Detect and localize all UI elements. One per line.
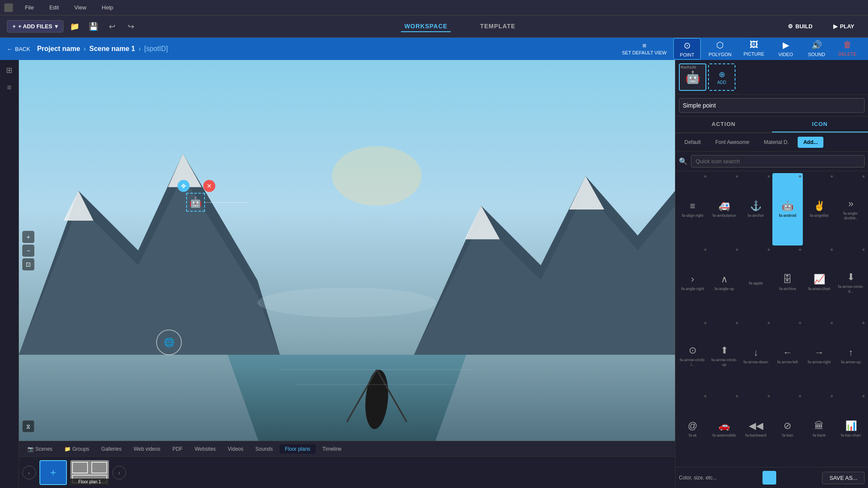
color-picker[interactable] — [763, 471, 776, 485]
subtab-fontawesome[interactable]: Font Awesome — [710, 137, 755, 148]
undo-button[interactable]: ↩ — [105, 19, 120, 34]
canvas-viewport[interactable]: ✥ ✕ 🤖 🌐 + − ⊡ ⧖ — [19, 60, 675, 441]
hotspot-android-icon: 🤖 — [189, 196, 202, 208]
icon-cell-fa-ban[interactable]: ★ ⊘ fa-ban — [772, 393, 803, 465]
project-name[interactable]: Project name — [37, 45, 80, 53]
sound-tool[interactable]: 🔊 SOUND — [803, 38, 830, 60]
picture-tool[interactable]: 🖼 PICTURE — [739, 38, 769, 60]
search-input[interactable] — [691, 155, 865, 168]
tab-videos[interactable]: Videos — [223, 444, 248, 454]
icon-label: fa-ban — [782, 433, 793, 438]
floor-plan-thumbnail[interactable]: Floor plan 1 — [70, 460, 109, 485]
subtab-add[interactable]: Add... — [798, 137, 823, 148]
icon-cell-fa-arrow-circle-l[interactable]: ★ ⊙ fa-arrow-circle-l... — [677, 320, 708, 392]
tab-scenes[interactable]: 📷 Scenes — [22, 444, 57, 454]
menu-edit[interactable]: Edit — [46, 3, 62, 12]
icon-cell-fa-arrow-up[interactable]: ★ ↑ fa-arrow-up — [835, 320, 866, 392]
canvas-area: ✥ ✕ 🤖 🌐 + − ⊡ ⧖ — [19, 60, 675, 488]
icon-cell-fa-bank[interactable]: ★ 🏛 fa-bank — [804, 393, 835, 465]
menu-file[interactable]: File — [21, 3, 37, 12]
subtab-materiald[interactable]: Material D. — [758, 137, 794, 148]
tab-icon[interactable]: ICON — [772, 117, 868, 132]
workspace-tab[interactable]: WORKSPACE — [401, 21, 451, 32]
icon-cell-fa-align-right[interactable]: ★ ≡ fa-align-right — [677, 173, 708, 245]
bottom-content: ‹ + Floor plan 1 › — [19, 457, 675, 488]
sub-tabs: Default Font Awesome Material D. Add... — [675, 133, 868, 152]
set-default-label: SET DEFAULT VIEW — [622, 50, 666, 55]
save-button[interactable]: 💾 — [86, 19, 101, 34]
point-name-input[interactable] — [679, 98, 865, 113]
icon-cell-fa-angle-right[interactable]: ★ › fa-angle-right — [677, 246, 708, 319]
icon-cell-fa-angle-double[interactable]: ★ » fa-angle-double.. — [835, 173, 866, 245]
icon-cell-fa-archive[interactable]: ★ 🗄 fa-archive — [772, 246, 803, 319]
zoom-in-button[interactable]: + — [22, 231, 34, 243]
add-floor-plan-button[interactable]: + — [39, 460, 67, 485]
open-folder-button[interactable]: 📁 — [67, 19, 82, 34]
icon-cell-fa-arrow-right[interactable]: ★ → fa-arrow-right — [804, 320, 835, 392]
icon-cell-fa-apple[interactable]: ★ fa-apple — [741, 246, 772, 319]
tab-webvideos[interactable]: Web videos — [128, 444, 165, 454]
icon-cell-fa-arrow-down[interactable]: ★ ↓ fa-arrow-down — [741, 320, 772, 392]
subtab-default[interactable]: Default — [679, 137, 706, 148]
scenes-sidebar-button[interactable]: ⊞ — [3, 63, 16, 77]
zoom-out-button[interactable]: − — [22, 245, 34, 257]
icon-cell-fa-arrow-circle-down[interactable]: ★ ⬇ fa-arrow-circle-d... — [835, 246, 866, 319]
add-dropdown-icon: ▾ — [55, 23, 58, 30]
build-button[interactable]: ⚙ BUILD — [781, 21, 820, 32]
tab-websites[interactable]: Websites — [190, 444, 221, 454]
tab-groups[interactable]: 📁 Groups — [59, 444, 94, 454]
redo-button[interactable]: ↪ — [124, 19, 139, 34]
tab-action[interactable]: ACTION — [675, 117, 772, 132]
video-tool[interactable]: ▶ VIDEO — [772, 38, 799, 60]
icon-cell-fa-angellist[interactable]: ★ ✌ fa-angellist — [804, 173, 835, 245]
delete-icon: 🗑 — [843, 40, 852, 50]
tab-galleries[interactable]: Galleries — [96, 444, 127, 454]
polygon-tool[interactable]: ⬡ POLYGON — [704, 38, 736, 60]
menu-help[interactable]: Help — [98, 3, 117, 12]
scene-name[interactable]: Scene name 1 — [89, 45, 135, 53]
icon-cell-fa-automobile[interactable]: ★ 🚗 fa-automobile — [709, 393, 740, 465]
icon-cell-fa-bar-chart[interactable]: ★ 📊 fa-bar-chart — [835, 393, 866, 465]
play-button[interactable]: ▶ PLAY — [826, 21, 861, 32]
tab-sounds[interactable]: Sounds — [250, 444, 278, 454]
icon-char: ∧ — [721, 274, 728, 285]
icon-cell-fa-arrow-left[interactable]: ★ ← fa-arrow-left — [772, 320, 803, 392]
tab-timeline[interactable]: Timeline — [317, 444, 347, 454]
star-icon: ★ — [767, 174, 771, 179]
header-tools: ⊙ POINT ⬡ POLYGON 🖼 PICTURE ▶ VIDEO 🔊 SO… — [673, 38, 861, 60]
menu-view[interactable]: View — [71, 3, 90, 12]
hotspot[interactable]: ✥ ✕ 🤖 — [186, 193, 205, 212]
filter-button[interactable]: ⧖ — [22, 420, 34, 432]
icon-cell-fa-backward[interactable]: ★ ◀◀ fa-backward — [741, 393, 772, 465]
tab-floorplans[interactable]: Floor plans — [280, 444, 315, 454]
icon-cell-fa-ambulance[interactable]: ★ 🚑 fa-ambulance — [709, 173, 740, 245]
add-icon-button[interactable]: ⊕ ADD — [708, 63, 735, 91]
icon-cell-fa-angle-up[interactable]: ★ ∧ fa-angle-up — [709, 246, 740, 319]
layers-sidebar-button[interactable]: ≡ — [3, 81, 16, 94]
hotspot-delete-button[interactable]: ✕ — [203, 180, 215, 192]
icon-label: fa-anchor — [748, 213, 764, 218]
next-floor-plan-button[interactable]: › — [112, 466, 126, 479]
icon-cell-fa-area-chart[interactable]: ★ 📈 fa-area-chart — [804, 246, 835, 319]
point-tool[interactable]: ⊙ POINT — [673, 38, 701, 60]
icon-label: fa-at — [689, 433, 696, 438]
icon-cell-fa-at[interactable]: ★ @ fa-at — [677, 393, 708, 465]
icon-cell-fa-arrow-circle-up[interactable]: ★ ⬆ fa-arrow-circle-up — [709, 320, 740, 392]
add-files-button[interactable]: + + ADD FILES ▾ — [7, 20, 63, 33]
prev-floor-plan-button[interactable]: ‹ — [22, 466, 36, 479]
icon-cell-fa-anchor[interactable]: ★ ⚓ fa-anchor — [741, 173, 772, 245]
canvas-tools: + − ⊡ — [22, 231, 34, 270]
zoom-fit-button[interactable]: ⊡ — [22, 258, 34, 270]
back-button[interactable]: ← BACK — [7, 46, 30, 52]
icon-preview-selected[interactable]: Roch100 🤖 — [679, 63, 706, 91]
tab-pdf[interactable]: PDF — [167, 444, 188, 454]
star-icon: ★ — [798, 320, 802, 325]
hotspot-move-handle[interactable]: ✥ — [178, 180, 190, 192]
icon-label: fa-area-chart — [808, 287, 830, 291]
template-tab[interactable]: TEMPLATE — [476, 21, 518, 32]
set-default-view-button[interactable]: ⊞ SET DEFAULT VIEW — [622, 43, 666, 55]
delete-tool[interactable]: 🗑 DELETE — [834, 38, 861, 60]
save-as-button[interactable]: SAVE AS... — [822, 472, 865, 484]
world-icon[interactable]: 🌐 — [156, 329, 182, 355]
icon-cell-fa-android[interactable]: ★ 🤖 fa-android — [772, 173, 803, 245]
